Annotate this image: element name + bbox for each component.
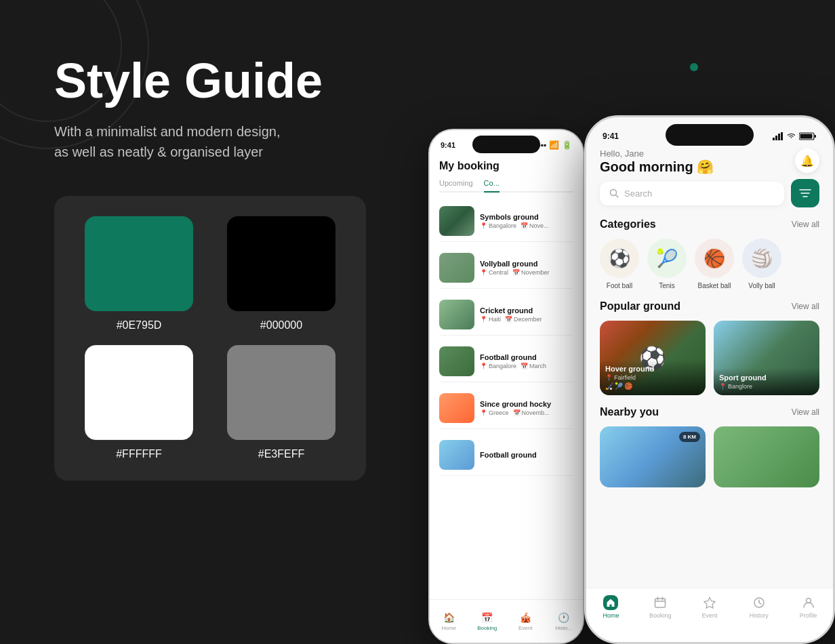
filter-icon: [799, 188, 811, 198]
phones-container: 9:41 ▪▪▪ 📶 🔋 My booking Upcoming Co...: [428, 115, 835, 644]
popular-view-all[interactable]: View all: [792, 302, 819, 311]
time-back: 9:41: [441, 141, 455, 149]
event-icon-back: 🎪: [519, 611, 531, 624]
front-nav-history[interactable]: History: [734, 595, 783, 619]
swatches-container: #0E795D #000000 #FFFFFF #E3FEFF: [54, 196, 366, 481]
notch-back: [472, 136, 540, 153]
stadium-img: [439, 206, 474, 236]
svg-rect-5: [800, 134, 813, 139]
swatch-white-box: [85, 345, 193, 440]
nearby-title: Nearby you: [600, 406, 659, 418]
booking-card-4[interactable]: Football ground 📍 Bangalore 📅 March: [439, 341, 573, 382]
nearby-header: Nearby you View all: [600, 406, 819, 418]
wifi-icon: 📶: [549, 140, 559, 150]
good-morning-text: Good morning 🤗: [600, 159, 714, 175]
front-nav-profile[interactable]: Profile: [783, 595, 833, 619]
booking-info-3: Cricket ground 📍 Haiti 📅 December: [480, 306, 542, 323]
location-1: 📍 Bangalore: [480, 222, 516, 229]
popular-card-2[interactable]: Sport ground 📍 Banglore: [714, 321, 819, 395]
popular-name-1: Hover ground: [605, 365, 700, 373]
battery-icon: 🔋: [562, 140, 572, 150]
nav-history-back[interactable]: 🕐 Histo...: [545, 611, 584, 631]
front-nav-home[interactable]: Home: [586, 595, 636, 619]
booking-info-4: Football ground 📍 Bangalore 📅 March: [480, 353, 546, 369]
date-1: 📅 Nove...: [521, 222, 549, 229]
categories-row: ⚽ Foot ball 🎾 Tenis 🏀 Bas: [600, 239, 819, 289]
popular-overlay-1: Hover ground 📍 Fairfield 🏑 🎾 🏀: [600, 359, 706, 395]
popular-row: Hover ground 📍 Fairfield 🏑 🎾 🏀: [600, 321, 819, 395]
nav-event-label-front: Event: [701, 612, 717, 619]
nearby-card-1[interactable]: 8 KM: [600, 426, 706, 487]
svg-rect-12: [655, 599, 666, 607]
hockey-img: [439, 393, 474, 423]
tennis-emoji: 🎾: [656, 248, 678, 269]
front-nav-booking[interactable]: Booking: [636, 595, 685, 619]
category-basketball[interactable]: 🏀 Basket ball: [695, 239, 734, 289]
booking-card-1[interactable]: Symbols ground 📍 Bangalore 📅 Nove...: [439, 201, 573, 242]
front-nav-event[interactable]: Event: [685, 595, 735, 619]
accent-dot: [690, 63, 698, 71]
popular-card-1[interactable]: Hover ground 📍 Fairfield 🏑 🎾 🏀: [600, 321, 706, 395]
category-tennis[interactable]: 🎾 Tenis: [647, 239, 687, 289]
booking-img-1: [439, 206, 474, 236]
booking-meta-3: 📍 Haiti 📅 December: [480, 316, 542, 323]
category-football[interactable]: ⚽ Foot ball: [600, 239, 639, 289]
filter-button[interactable]: [791, 179, 819, 207]
booking-info-5: Since ground hocky 📍 Greece 📅 Novemb...: [480, 400, 551, 416]
nav-profile-label-front: Profile: [800, 612, 817, 619]
nav-home-label-front: Home: [603, 612, 619, 619]
volleyball-label: Volly ball: [748, 282, 775, 289]
subtitle-line1: With a minimalist and modern design,: [54, 124, 280, 139]
volleyball-emoji: 🏐: [751, 248, 773, 269]
swatch-light: #E3FEFF: [217, 345, 346, 460]
booking-name-3: Cricket ground: [480, 306, 542, 315]
time-front: 9:41: [603, 132, 619, 141]
svg-line-19: [759, 603, 761, 604]
swatches-grid: #0E795D #000000 #FFFFFF #E3FEFF: [75, 216, 346, 460]
nav-booking-back[interactable]: 📅 Booking: [468, 611, 507, 631]
page-title: Style Guide: [54, 54, 434, 108]
tab-upcoming[interactable]: Upcoming: [439, 179, 473, 191]
booking-meta-2: 📍 Central 📅 November: [480, 269, 550, 276]
tab-completed[interactable]: Co...: [484, 179, 500, 193]
booking-icon-back: 📅: [481, 611, 493, 624]
booking-info-6: Football ground: [480, 451, 537, 459]
nearby-view-all[interactable]: View all: [792, 407, 819, 417]
home-icon-back: 🏠: [443, 611, 455, 624]
back-bottom-nav: 🏠 Home 📅 Booking 🎪 Event 🕐 Histo...: [430, 599, 583, 643]
booking-name-1: Symbols ground: [480, 213, 549, 221]
football-label: Foot ball: [607, 282, 632, 289]
nearby-row: 8 KM: [600, 426, 819, 487]
category-volleyball[interactable]: 🏐 Volly ball: [742, 239, 781, 289]
categories-view-all[interactable]: View all: [792, 220, 819, 229]
status-icons-back: ▪▪▪ 📶 🔋: [537, 140, 572, 150]
svg-marker-16: [704, 598, 715, 609]
location-3: 📍 Haiti: [480, 316, 501, 323]
booking-img-4: [439, 346, 474, 376]
booking-card-2[interactable]: Vollyball ground 📍 Central 📅 November: [439, 247, 573, 289]
km-badge-1: 8 KM: [679, 432, 700, 442]
phone-front-inner: 9:41: [586, 117, 833, 642]
popular-location-2: 📍 Banglore: [719, 383, 814, 390]
football-emoji: ⚽: [609, 248, 630, 269]
nav-home-back[interactable]: 🏠 Home: [430, 611, 468, 631]
nav-event-label-back: Event: [518, 625, 532, 631]
nearby-card-2[interactable]: [714, 426, 819, 487]
booking-meta-4: 📍 Bangalore 📅 March: [480, 363, 546, 369]
booking-card-3[interactable]: Cricket ground 📍 Haiti 📅 December: [439, 294, 573, 336]
nav-event-back[interactable]: 🎪 Event: [506, 611, 545, 631]
svg-rect-0: [773, 138, 775, 140]
booking-meta-1: 📍 Bangalore 📅 Nove...: [480, 222, 549, 229]
volleyball-img: [439, 253, 474, 283]
notification-bell-button[interactable]: 🔔: [795, 148, 819, 173]
football-circle: ⚽: [600, 239, 639, 278]
nav-booking-label-front: Booking: [649, 612, 672, 619]
booking-card-5[interactable]: Since ground hocky 📍 Greece 📅 Novemb...: [439, 388, 573, 429]
swatch-black-box: [227, 216, 335, 311]
signal-bars-icon: [773, 132, 783, 140]
search-input-field[interactable]: Search: [600, 182, 784, 205]
date-4: 📅 March: [521, 363, 546, 369]
swatch-black: #000000: [217, 216, 346, 331]
swatch-light-label: #E3FEFF: [258, 448, 304, 460]
booking-card-6[interactable]: Football ground: [439, 435, 573, 476]
